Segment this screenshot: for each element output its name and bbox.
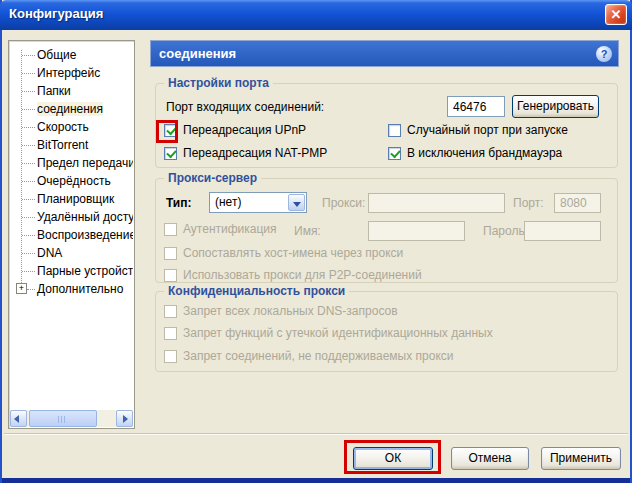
disable-unsupported-connections-label: Запрет соединений, не поддерживаемых про… xyxy=(183,349,453,363)
title-bar[interactable]: Конфигурация ✕ xyxy=(0,0,632,30)
cancel-button[interactable]: Отмена xyxy=(451,447,529,470)
port-settings-group: Настройки порта Порт входящих соединений… xyxy=(155,83,618,168)
disable-leak-features-label: Запрет функций с утечкой идентификационн… xyxy=(183,326,493,340)
sidebar-item-transfer-cap[interactable]: Предел передачи xyxy=(9,154,133,172)
ok-button[interactable]: ОК xyxy=(353,447,433,470)
scrollbar-thumb[interactable] xyxy=(29,410,97,427)
natpmp-label: Переадресация NAT-PMP xyxy=(183,146,327,160)
sidebar-item-bittorrent[interactable]: BitTorrent xyxy=(9,136,133,154)
close-icon[interactable]: ✕ xyxy=(605,4,627,25)
sidebar-item-connections[interactable]: соединения xyxy=(9,100,133,118)
proxy-p2p-label: Использовать прокси для P2P-соединений xyxy=(183,268,422,282)
firewall-exception-checkbox[interactable] xyxy=(388,147,401,160)
proxy-auth-checkbox xyxy=(164,223,177,236)
proxy-port-label: Порт: xyxy=(513,196,544,210)
proxy-password-input xyxy=(524,221,601,241)
proxy-resolve-hostnames-checkbox xyxy=(164,247,177,260)
random-port-checkbox[interactable] xyxy=(388,124,401,137)
disable-dns-label: Запрет всех локальных DNS-запросов xyxy=(183,304,398,318)
proxy-resolve-hostnames-label: Сопоставлять хост-имена через прокси xyxy=(183,246,403,260)
incoming-port-label: Порт входящих соединений: xyxy=(166,100,324,114)
group-title: Настройки порта xyxy=(164,76,273,90)
disable-unsupported-connections-checkbox xyxy=(164,350,177,363)
horizontal-scrollbar[interactable] xyxy=(10,410,133,427)
proxy-port-input xyxy=(554,193,601,213)
proxy-p2p-checkbox xyxy=(164,269,177,282)
sidebar-item-paired-devices[interactable]: Парные устройства xyxy=(9,262,133,280)
generate-port-button[interactable]: Генерировать xyxy=(512,95,599,118)
scroll-left-icon[interactable] xyxy=(10,410,27,427)
expand-plus-icon[interactable]: + xyxy=(16,283,27,294)
disable-dns-checkbox xyxy=(164,305,177,318)
page-title: соединения xyxy=(159,46,236,61)
sidebar-item-dna[interactable]: DNA xyxy=(9,244,133,262)
upnp-label: Переадресация UPnP xyxy=(183,123,306,137)
footer-divider xyxy=(4,433,628,434)
window-title: Конфигурация xyxy=(9,6,103,21)
page-header: соединения ? xyxy=(150,40,619,67)
upnp-checkbox[interactable] xyxy=(164,124,177,137)
apply-button[interactable]: Применить xyxy=(541,447,621,470)
sidebar-item-remote[interactable]: Удалённый доступ xyxy=(9,208,133,226)
proxy-server-group: Прокси-сервер Тип: (нет) Прокси: Порт: А… xyxy=(155,178,618,283)
group-title: Прокси-сервер xyxy=(164,171,261,185)
help-icon[interactable]: ? xyxy=(596,46,612,62)
firewall-exception-label: В исключения брандмауэра xyxy=(407,146,562,160)
proxy-privacy-group: Конфиденциальность прокси Запрет всех ло… xyxy=(155,291,618,372)
proxy-host-label: Прокси: xyxy=(322,196,365,210)
configuration-dialog: Конфигурация ✕ Общие Интерфейс Папки сое… xyxy=(0,0,632,483)
group-title: Конфиденциальность прокси xyxy=(164,284,349,298)
proxy-password-label: Пароль: xyxy=(483,224,528,238)
sidebar-item-playback[interactable]: Воспроизведение xyxy=(9,226,133,244)
proxy-host-input xyxy=(368,193,505,213)
disable-leak-features-checkbox xyxy=(164,327,177,340)
sidebar-item-speed[interactable]: Скорость xyxy=(9,118,133,136)
incoming-port-input[interactable] xyxy=(447,96,505,117)
sidebar-item-general[interactable]: Общие xyxy=(9,46,133,64)
sidebar-item-folders[interactable]: Папки xyxy=(9,82,133,100)
proxy-type-select[interactable]: (нет) xyxy=(209,192,307,213)
proxy-type-label: Тип: xyxy=(166,196,192,210)
proxy-auth-label: Аутентификация xyxy=(183,222,277,236)
scroll-right-icon[interactable] xyxy=(116,410,133,427)
proxy-username-label: Имя: xyxy=(294,224,321,238)
category-tree: Общие Интерфейс Папки соединения Скорост… xyxy=(9,46,133,298)
random-port-label: Случайный порт при запуске xyxy=(407,123,568,137)
sidebar-item-interface[interactable]: Интерфейс xyxy=(9,64,133,82)
sidebar-item-queueing[interactable]: Очерёдность xyxy=(9,172,133,190)
proxy-type-value: (нет) xyxy=(215,195,241,209)
chevron-down-icon[interactable] xyxy=(288,194,305,211)
natpmp-checkbox[interactable] xyxy=(164,147,177,160)
settings-category-list[interactable]: Общие Интерфейс Папки соединения Скорост… xyxy=(8,40,135,429)
proxy-username-input xyxy=(368,221,465,241)
sidebar-item-advanced[interactable]: + Дополнительно xyxy=(9,280,133,298)
sidebar-item-scheduler[interactable]: Планировщик xyxy=(9,190,133,208)
